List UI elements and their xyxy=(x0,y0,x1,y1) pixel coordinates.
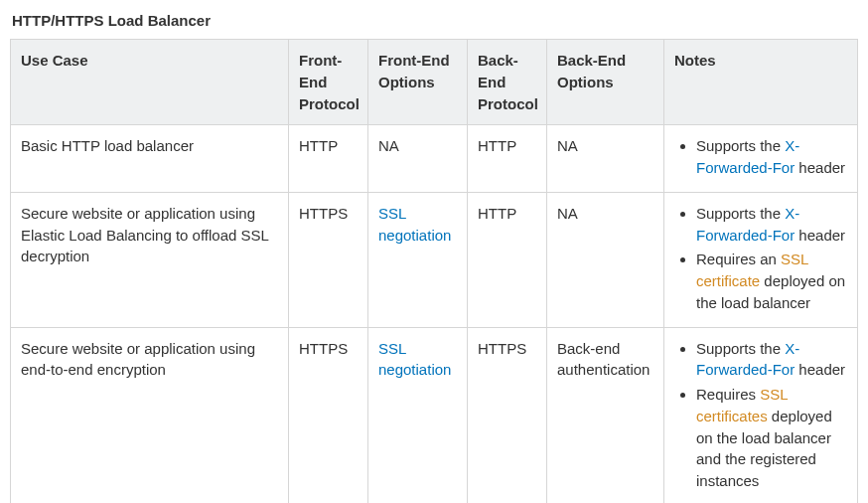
fe-options-link[interactable]: SSL negotiation xyxy=(378,205,451,244)
col-fe-options: Front-End Options xyxy=(368,40,468,125)
cell-fe-options: SSL negotiation xyxy=(368,192,468,327)
cell-fe-options: NA xyxy=(368,125,468,193)
cell-use-case: Secure website or application using end-… xyxy=(11,327,289,503)
table-header-row: Use Case Front-End Protocol Front-End Op… xyxy=(11,40,858,125)
note-link[interactable]: X-Forwarded-For xyxy=(696,340,799,379)
notes-item: Supports the X-Forwarded-For header xyxy=(696,135,847,179)
section-title: HTTP/HTTPS Load Balancer xyxy=(12,12,858,29)
cell-fe-protocol: HTTPS xyxy=(289,327,368,503)
table-row: Secure website or application using Elas… xyxy=(11,192,858,327)
note-link[interactable]: SSL certificates xyxy=(696,386,788,424)
note-link[interactable]: X-Forwarded-For xyxy=(696,205,799,244)
cell-notes: Supports the X-Forwarded-For header xyxy=(664,125,858,193)
notes-list: Supports the X-Forwarded-For headerRequi… xyxy=(674,203,847,314)
cell-notes: Supports the X-Forwarded-For headerRequi… xyxy=(664,327,858,503)
notes-list: Supports the X-Forwarded-For header xyxy=(674,135,847,179)
cell-notes: Supports the X-Forwarded-For headerRequi… xyxy=(664,192,858,327)
notes-item: Requires SSL certificates deployed on th… xyxy=(696,384,847,492)
notes-item: Supports the X-Forwarded-For header xyxy=(696,203,847,247)
cell-use-case: Basic HTTP load balancer xyxy=(11,125,289,193)
cell-fe-protocol: HTTP xyxy=(289,125,368,193)
notes-item: Requires an SSL certificate deployed on … xyxy=(696,249,847,313)
fe-options-link[interactable]: SSL negotiation xyxy=(378,340,451,379)
cell-fe-protocol: HTTPS xyxy=(289,192,368,327)
cell-be-options: NA xyxy=(547,192,664,327)
cell-fe-options: SSL negotiation xyxy=(368,327,468,503)
cell-be-options: NA xyxy=(547,125,664,193)
notes-list: Supports the X-Forwarded-For headerRequi… xyxy=(674,338,847,492)
table-row: Basic HTTP load balancerHTTPNAHTTPNASupp… xyxy=(11,125,858,193)
note-link[interactable]: X-Forwarded-For xyxy=(696,137,799,176)
cell-be-options: Back-end authentication xyxy=(547,327,664,503)
cell-be-protocol: HTTP xyxy=(468,192,547,327)
cell-use-case: Secure website or application using Elas… xyxy=(11,192,289,327)
cell-be-protocol: HTTP xyxy=(468,125,547,193)
col-fe-protocol: Front-End Protocol xyxy=(289,40,368,125)
col-use-case: Use Case xyxy=(11,40,289,125)
table-row: Secure website or application using end-… xyxy=(11,327,858,503)
cell-be-protocol: HTTPS xyxy=(468,327,547,503)
col-notes: Notes xyxy=(664,40,858,125)
notes-item: Supports the X-Forwarded-For header xyxy=(696,338,847,382)
note-link[interactable]: SSL certificate xyxy=(696,251,808,289)
load-balancer-table: Use Case Front-End Protocol Front-End Op… xyxy=(10,39,858,503)
col-be-protocol: Back-End Protocol xyxy=(468,40,547,125)
col-be-options: Back-End Options xyxy=(547,40,664,125)
